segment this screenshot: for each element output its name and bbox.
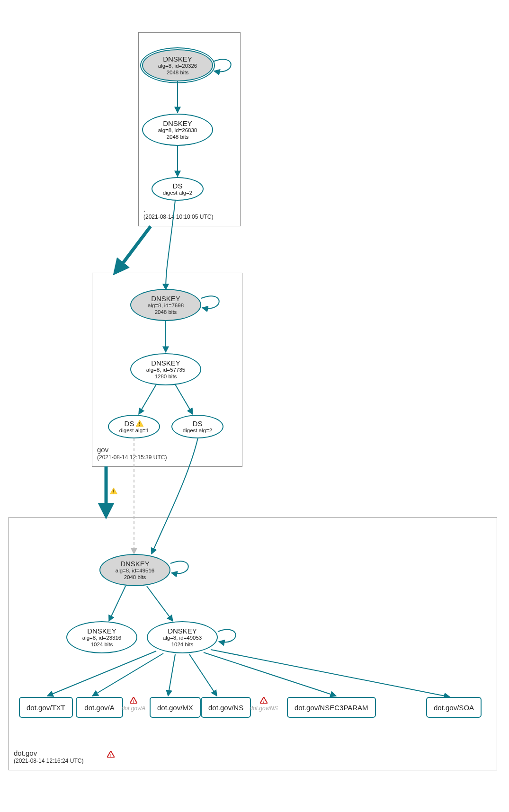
svg-text:!: ! xyxy=(133,698,134,704)
rr-dotgov-ns[interactable]: dot.gov/NS xyxy=(201,697,251,718)
gov-zsk[interactable]: DNSKEY alg=8, id=57735 1280 bits xyxy=(130,353,201,385)
svg-text:!: ! xyxy=(110,752,112,758)
rr-dotgov-ns-error[interactable]: ! dot.gov/NS xyxy=(247,697,280,712)
zone-root-label: . (2021-08-14 10:10:05 UTC) xyxy=(143,205,213,221)
error-icon: ! xyxy=(260,697,268,704)
rr-dotgov-soa[interactable]: dot.gov/SOA xyxy=(426,697,482,718)
zone-dotgov-label: dot.gov (2021-08-14 12:16:24 UTC) ! xyxy=(14,749,115,765)
svg-text:!: ! xyxy=(113,489,114,494)
rr-dotgov-nsec3param[interactable]: dot.gov/NSEC3PARAM xyxy=(287,697,376,718)
gov-ds2[interactable]: DS digest alg=2 xyxy=(171,415,223,438)
dotgov-zsk1[interactable]: DNSKEY alg=8, id=23316 1024 bits xyxy=(66,621,137,653)
dotgov-ksk[interactable]: DNSKEY alg=8, id=49516 2048 bits xyxy=(99,554,170,586)
dotgov-zsk2[interactable]: DNSKEY alg=8, id=49053 1024 bits xyxy=(147,621,218,653)
zone-gov-name: gov xyxy=(97,445,167,455)
rr-dotgov-a[interactable]: dot.gov/A xyxy=(76,697,123,718)
zone-gov-label: gov (2021-08-14 12:15:39 UTC) xyxy=(97,445,167,462)
error-icon: ! xyxy=(107,751,115,758)
zone-root-name: . xyxy=(143,205,213,214)
zone-root-ts: (2021-08-14 10:10:05 UTC) xyxy=(143,214,213,221)
delegation-warning-icon: ! xyxy=(110,488,117,496)
zone-gov-ts: (2021-08-14 12:15:39 UTC) xyxy=(97,454,167,462)
error-icon: ! xyxy=(130,697,137,704)
root-ds[interactable]: DS digest alg=2 xyxy=(152,177,204,201)
svg-text:!: ! xyxy=(139,421,141,427)
rr-dotgov-txt[interactable]: dot.gov/TXT xyxy=(19,697,73,718)
gov-ds1[interactable]: DS ! digest alg=1 xyxy=(108,415,160,438)
rr-dotgov-mx[interactable]: dot.gov/MX xyxy=(150,697,201,718)
zone-dotgov-ts: (2021-08-14 12:16:24 UTC) xyxy=(14,758,83,765)
gov-ksk[interactable]: DNSKEY alg=8, id=7698 2048 bits xyxy=(130,289,201,321)
warning-icon: ! xyxy=(136,420,143,427)
root-ksk[interactable]: DNSKEY alg=8, id=20326 2048 bits xyxy=(142,49,213,81)
zone-dotgov-name: dot.gov xyxy=(14,749,83,758)
root-zsk[interactable]: DNSKEY alg=8, id=26838 2048 bits xyxy=(142,114,213,146)
svg-text:!: ! xyxy=(263,698,264,704)
rr-dotgov-a-error[interactable]: ! dot.gov/A xyxy=(119,697,148,712)
